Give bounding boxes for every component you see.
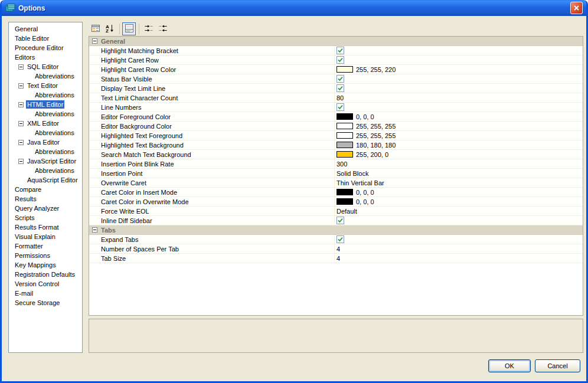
property-value[interactable]: 0, 0, 0: [335, 197, 583, 206]
property-row: Editor Foreground Color0, 0, 0: [89, 112, 583, 122]
sidebar-item-visual-explain[interactable]: Visual Explain: [9, 232, 82, 241]
checkbox-checked-icon[interactable]: [337, 235, 344, 243]
checkbox-checked-icon[interactable]: [337, 84, 344, 92]
property-value[interactable]: [335, 103, 583, 112]
cancel-button[interactable]: Cancel: [535, 359, 580, 372]
sidebar-item-abbreviations[interactable]: Abbreviations: [9, 128, 82, 138]
sidebar-item-procedure-editor[interactable]: Procedure Editor: [9, 43, 82, 53]
property-value[interactable]: 255, 200, 0: [335, 150, 583, 159]
property-value[interactable]: 80: [335, 93, 583, 102]
collapse-node-icon[interactable]: [18, 159, 24, 164]
property-value[interactable]: 4: [335, 254, 583, 263]
color-swatch[interactable]: [337, 132, 353, 139]
property-value[interactable]: 4: [335, 244, 583, 253]
property-category-tabs[interactable]: Tabs: [89, 225, 583, 235]
show-description-button[interactable]: [122, 22, 136, 35]
expand-all-button[interactable]: [142, 22, 155, 35]
sidebar-item-java-editor[interactable]: Java Editor: [9, 138, 82, 147]
collapse-node-icon[interactable]: [18, 102, 24, 107]
collapse-category-icon[interactable]: [92, 227, 97, 233]
sidebar-item-sql-editor[interactable]: SQL Editor: [9, 62, 82, 71]
sidebar-item-xml-editor[interactable]: XML Editor: [9, 119, 82, 128]
sidebar-item-text-editor[interactable]: Text Editor: [9, 81, 82, 90]
sidebar-item-key-mappings[interactable]: Key Mappings: [9, 260, 82, 270]
collapse-node-icon[interactable]: [18, 64, 24, 70]
property-value[interactable]: 0, 0, 0: [335, 112, 583, 121]
property-name: Highlighted Text Foreground: [89, 131, 335, 140]
color-swatch[interactable]: [337, 66, 353, 73]
sidebar-item-html-editor[interactable]: HTML Editor: [9, 100, 82, 109]
color-swatch[interactable]: [337, 198, 353, 205]
close-button[interactable]: [570, 2, 583, 14]
color-value-text: 255, 255, 255: [356, 123, 396, 130]
checkbox-checked-icon[interactable]: [337, 47, 344, 54]
color-value-text: 0, 0, 0: [356, 198, 374, 205]
property-name: Expand Tabs: [89, 235, 335, 244]
sidebar-item-abbreviations[interactable]: Abbreviations: [9, 166, 82, 175]
property-value[interactable]: 255, 255, 255: [335, 131, 583, 140]
collapse-node-icon[interactable]: [18, 83, 24, 89]
sidebar-item-query-analyzer[interactable]: Query Analyzer: [9, 204, 82, 213]
collapse-category-icon[interactable]: [92, 38, 97, 44]
categorized-view-button[interactable]: [89, 22, 102, 35]
sidebar-item-scripts[interactable]: Scripts: [9, 213, 82, 222]
property-category-general[interactable]: General: [89, 37, 583, 46]
property-value[interactable]: [335, 84, 583, 93]
sidebar-item-javascript-editor[interactable]: JavaScript Editor: [9, 156, 82, 166]
collapse-node-icon[interactable]: [18, 121, 24, 126]
sidebar-item-abbreviations[interactable]: Abbreviations: [9, 90, 82, 100]
sidebar-item-version-control[interactable]: Version Control: [9, 279, 82, 289]
sidebar-item-abbreviations[interactable]: Abbreviations: [9, 71, 82, 81]
property-value[interactable]: 300: [335, 159, 583, 168]
sidebar-item-results-format[interactable]: Results Format: [9, 222, 82, 232]
titlebar[interactable]: Options: [2, 0, 586, 16]
sidebar-item-registration-defaults[interactable]: Registration Defaults: [9, 270, 82, 279]
color-swatch[interactable]: [337, 142, 353, 148]
sidebar-item-compare[interactable]: Compare: [9, 185, 82, 194]
property-value[interactable]: Thin Vertical Bar: [335, 178, 583, 187]
color-value-text: 0, 0, 0: [356, 113, 374, 120]
sidebar-item-e-mail[interactable]: E-mail: [9, 289, 82, 298]
collapse-node-icon[interactable]: [18, 140, 24, 145]
sidebar-item-abbreviations[interactable]: Abbreviations: [9, 147, 82, 156]
sidebar-item-editors[interactable]: Editors: [9, 53, 82, 62]
color-swatch[interactable]: [337, 189, 353, 195]
sort-alphabetical-button[interactable]: AZ: [103, 22, 116, 35]
property-value[interactable]: 255, 255, 255: [335, 122, 583, 130]
color-swatch[interactable]: [337, 123, 353, 129]
checkbox-checked-icon[interactable]: [337, 217, 344, 224]
property-row: Line Numbers: [89, 103, 583, 112]
property-value[interactable]: Default: [335, 207, 583, 215]
checkbox-checked-icon[interactable]: [337, 56, 344, 64]
property-value[interactable]: [335, 235, 583, 244]
color-swatch[interactable]: [337, 151, 353, 158]
property-row: Highlight Caret Row: [89, 55, 583, 65]
collapse-all-button[interactable]: [156, 22, 169, 35]
property-row: Status Bar Visible: [89, 74, 583, 84]
property-name: Editor Background Color: [89, 122, 335, 130]
property-value[interactable]: 0, 0, 0: [335, 188, 583, 197]
property-name: Highlight Caret Row Color: [89, 65, 335, 74]
property-value[interactable]: 255, 255, 220: [335, 65, 583, 74]
ok-button[interactable]: OK: [488, 359, 531, 372]
property-value[interactable]: Solid Block: [335, 169, 583, 178]
sidebar-item-secure-storage[interactable]: Secure Storage: [9, 298, 82, 307]
property-value[interactable]: [335, 46, 583, 55]
property-value[interactable]: 180, 180, 180: [335, 140, 583, 149]
sidebar-item-abbreviations[interactable]: Abbreviations: [9, 109, 82, 119]
property-value[interactable]: [335, 74, 583, 83]
color-swatch[interactable]: [337, 113, 353, 120]
sidebar-item-table-editor[interactable]: Table Editor: [9, 34, 82, 43]
sidebar-item-general[interactable]: General: [9, 24, 82, 34]
sidebar-item-formatter[interactable]: Formatter: [9, 241, 82, 251]
property-value[interactable]: [335, 55, 583, 64]
checkbox-checked-icon[interactable]: [337, 103, 344, 111]
sidebar-item-permissions[interactable]: Permissions: [9, 251, 82, 260]
property-value[interactable]: [335, 216, 583, 225]
sidebar-item-results[interactable]: Results: [9, 194, 82, 204]
sidebar-item-label: Abbreviations: [34, 129, 76, 137]
checkbox-checked-icon[interactable]: [337, 75, 344, 83]
sidebar-item-label: Abbreviations: [34, 91, 76, 99]
sidebar-item-label: JavaScript Editor: [26, 157, 77, 165]
sidebar-item-aquascript-editor[interactable]: AquaScript Editor: [9, 175, 82, 185]
